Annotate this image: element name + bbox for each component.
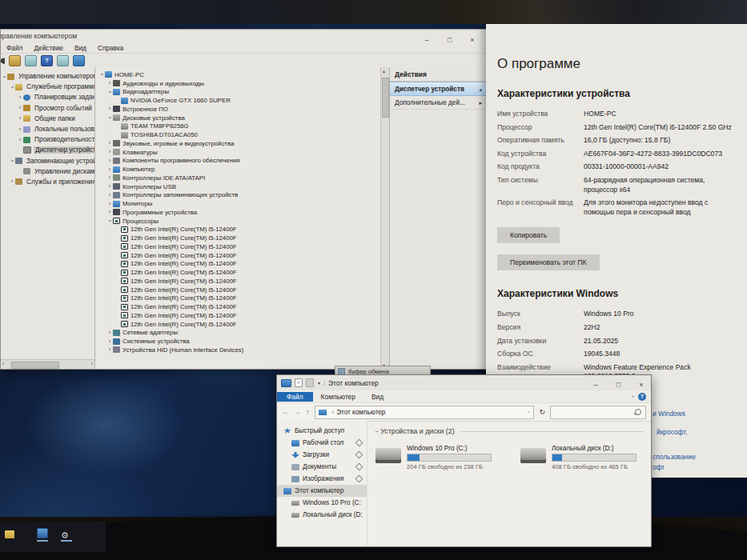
maximize-button[interactable]: □ [609,381,629,389]
menu-item[interactable]: Вид [69,44,92,52]
maximize-button[interactable]: □ [440,36,460,44]
device-tree-item[interactable]: Встроенное ПО [98,105,380,114]
drive-tile[interactable]: Локальный диск (D:) 408 ГБ свободно из 4… [520,445,637,470]
drive-tile[interactable]: Windows 10 Pro (C:) 204 ГБ свободно из 2… [376,445,492,470]
device-tree-item[interactable]: Устройства HID (Human Interface Devices) [98,346,380,354]
expander-chevron-icon[interactable] [1,74,7,80]
actions-item[interactable]: Дополнительные дей... [390,96,487,110]
nav-item[interactable]: Быстрый доступ [277,425,367,437]
actions-item[interactable]: Диспетчер устройств [390,82,487,96]
console-tree-item[interactable]: Планировщик заданий [1,92,94,102]
device-tree-item[interactable]: 12th Gen Intel(R) Core(TM) i5-12400F [98,286,380,294]
console-tree-item[interactable]: Просмотр событий [1,103,94,114]
device-tree-item[interactable]: Аудиовходы и аудиовыходы [98,79,380,88]
device-tree-item[interactable]: TEAM TM8FP6256G [98,122,380,131]
console-tree-item[interactable]: Службы и приложения [1,177,94,187]
expander-chevron-icon[interactable] [106,346,113,353]
expander-chevron-icon[interactable] [106,330,113,336]
expander-chevron-icon[interactable] [9,158,15,164]
device-tree-item[interactable]: TOSHIBA DT01ACA050 [98,130,380,139]
ribbon-collapse-icon[interactable]: › [629,395,635,397]
device-tree-item[interactable]: 12th Gen Intel(R) Core(TM) i5-12400F [98,226,380,234]
minimize-button[interactable]: – [586,381,605,389]
expander-chevron-icon[interactable] [9,178,15,185]
expander-chevron-icon[interactable] [106,80,113,86]
device-tree-item[interactable]: HOME-PC [98,70,380,79]
nav-item[interactable]: Загрузки [277,449,367,461]
scrollbar-thumb[interactable] [11,362,59,369]
device-tree-item[interactable]: Мониторы [98,199,380,208]
device-tree-item[interactable]: Сетевые адаптеры [98,329,380,338]
expander-chevron-icon[interactable] [106,89,113,95]
settings-link-fragment[interactable]: и Windows [653,410,685,418]
explorer-titlebar[interactable]: ✓ ▾ | Этот компьютер – □ × [277,375,651,390]
help-icon[interactable]: ? [41,55,53,66]
ribbon-tab[interactable]: Вид [363,392,392,402]
device-tree-item[interactable]: Программные устройства [98,208,380,217]
settings-link-fragment[interactable]: офт [653,463,665,471]
expander-chevron-icon[interactable] [17,137,23,143]
expander-chevron-icon[interactable] [106,166,113,173]
settings-link-fragment[interactable]: спользование [653,453,696,461]
console-tree-item[interactable]: Служебные программы [1,82,94,92]
expander-chevron-icon[interactable] [106,209,113,215]
nav-item[interactable]: Этот компьютер [277,485,367,497]
device-tree-item[interactable]: 12th Gen Intel(R) Core(TM) i5-12400F [98,294,380,303]
scroll-right-icon[interactable]: › [91,361,93,366]
nav-item[interactable]: Рабочий стол [277,437,367,449]
export-icon[interactable] [9,55,21,66]
close-button[interactable]: × [632,381,651,389]
nav-item[interactable]: Локальный диск (D: [277,509,367,521]
remote-computer-icon[interactable] [73,55,85,66]
console-tree-item[interactable]: Локальные пользовать [1,124,94,134]
console-tree-item[interactable]: Общие папки [1,114,94,124]
device-tree-item[interactable]: Системные устройства [98,337,380,346]
expander-chevron-icon[interactable] [106,106,113,112]
device-tree-item[interactable]: Компоненты программного обеспечения [98,157,380,166]
expander-chevron-icon[interactable] [106,338,113,345]
device-tree-item[interactable]: Клавиатуры [98,148,380,157]
menu-item[interactable]: Действие [28,44,68,52]
expander-chevron-icon[interactable] [106,114,113,121]
taskbar-settings-button[interactable]: ⚙ [61,527,72,538]
close-button[interactable]: × [463,36,482,44]
vertical-scrollbar[interactable]: ▴ ▾ [380,67,389,369]
cm-titlebar[interactable]: Управление компьютером – □ × [1,30,487,42]
console-tree-item[interactable]: Управление дисками [1,166,94,177]
search-input[interactable] [550,406,646,419]
scrollbar-thumb[interactable] [382,78,389,118]
forward-arrow-icon[interactable]: → [294,408,301,416]
address-bar[interactable]: › Этот компьютер › [315,406,535,419]
taskbar-computer-management-button[interactable] [37,527,48,538]
expander-chevron-icon[interactable] [17,115,23,122]
new-folder-quick-icon[interactable] [306,378,314,387]
expander-chevron-icon[interactable] [106,174,113,181]
back-arrow-icon[interactable] [0,58,5,65]
quick-access-toolbar-chevron-icon[interactable]: ▾ [318,380,320,386]
expander-chevron-icon[interactable] [98,71,105,78]
help-icon[interactable]: ? [638,393,646,401]
copy-button[interactable]: Копировать [497,227,560,243]
up-arrow-icon[interactable]: ↑ [306,408,310,416]
ribbon-tab[interactable]: Компьютер [313,392,363,402]
device-tree-item[interactable]: 12th Gen Intel(R) Core(TM) i5-12400F [98,251,380,260]
console-tree-item[interactable]: Диспетчер устройств [1,145,94,155]
device-tree-item[interactable]: Видеоадаптеры [98,88,380,97]
device-tree-item[interactable]: Компьютер [98,165,380,174]
expander-chevron-icon[interactable] [106,149,113,155]
console-tree-icon[interactable] [25,55,37,66]
properties-quick-icon[interactable]: ✓ [295,378,303,387]
expander-chevron-icon[interactable] [9,84,15,90]
device-tree-item[interactable]: 12th Gen Intel(R) Core(TM) i5-12400F [98,242,380,251]
ribbon-tab[interactable]: Файл [277,392,313,402]
scroll-up-icon[interactable]: ▴ [383,68,385,74]
device-tree-item[interactable]: Контроллеры USB [98,182,380,191]
device-tree-item[interactable]: NVIDIA GeForce GTX 1660 SUPER [98,96,380,105]
device-tree-item[interactable]: 12th Gen Intel(R) Core(TM) i5-12400F [98,260,380,269]
device-tree-item[interactable]: Процессоры [98,217,380,226]
refresh-icon[interactable]: ↻ [539,408,545,416]
actions-arrow-icon[interactable] [479,99,482,106]
expander-chevron-icon[interactable] [106,218,113,224]
expander-chevron-icon[interactable] [106,183,113,190]
device-tree-item[interactable]: Звуковые, игровые и видеоустройства [98,139,380,148]
